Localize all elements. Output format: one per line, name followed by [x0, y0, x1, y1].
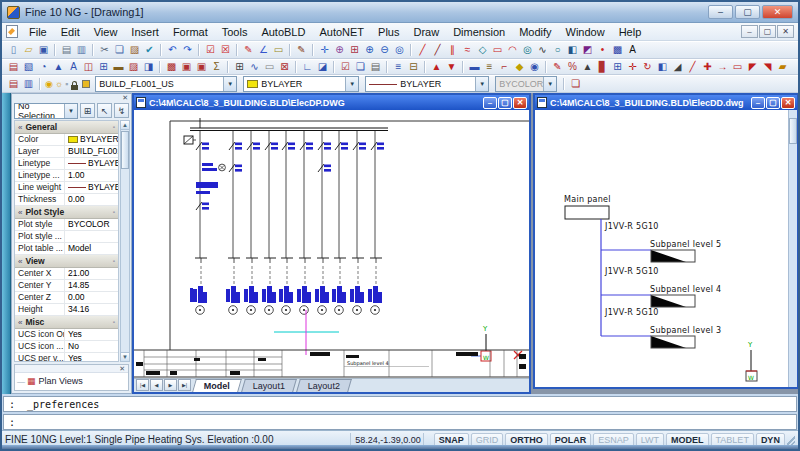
- property-value[interactable]: 14.85: [65, 280, 118, 291]
- view-3d-icon[interactable]: ◨: [141, 60, 156, 74]
- insert-block-icon[interactable]: ◧: [565, 43, 580, 57]
- section-header-general[interactable]: «General▪: [15, 121, 118, 134]
- save-icon[interactable]: ▣: [36, 43, 51, 57]
- break-icon[interactable]: ▭: [730, 60, 745, 74]
- level-up-icon[interactable]: ▲: [429, 60, 444, 74]
- color-combo[interactable]: BYLAYER ▼: [243, 76, 359, 92]
- property-value[interactable]: [65, 231, 118, 242]
- select-objects-button[interactable]: ↯: [114, 103, 129, 118]
- layer-combo[interactable]: BUILD_FL001_US ▼: [95, 76, 237, 92]
- menu-insert[interactable]: Insert: [124, 24, 166, 40]
- line-icon[interactable]: ╱: [415, 43, 430, 57]
- select-crossing-icon[interactable]: ☒: [218, 43, 233, 57]
- menu-format[interactable]: Format: [166, 24, 215, 40]
- new-icon[interactable]: ▯: [6, 43, 21, 57]
- point-icon[interactable]: •: [595, 43, 610, 57]
- docked-palette-grip[interactable]: [2, 93, 11, 394]
- select-window-icon[interactable]: ☑: [203, 43, 218, 57]
- stretch-icon[interactable]: ✚: [700, 60, 715, 74]
- chevron-down-icon[interactable]: ▼: [64, 104, 77, 118]
- sketch-icon[interactable]: ✎: [294, 43, 309, 57]
- folder-2-icon[interactable]: ⊟: [406, 60, 421, 74]
- dim-style-icon[interactable]: ✎: [241, 43, 256, 57]
- table-icon[interactable]: ⊞: [232, 60, 247, 74]
- donut-icon[interactable]: ◎: [520, 43, 535, 57]
- layer-stack-icon[interactable]: ≡: [482, 60, 497, 74]
- selection-combo[interactable]: No Selection ▼: [14, 103, 78, 119]
- tab-layout2[interactable]: Layout2: [296, 379, 352, 392]
- document-close-button[interactable]: ✕: [777, 25, 794, 38]
- chamfer-icon[interactable]: ◥: [760, 60, 775, 74]
- print-icon[interactable]: ▤: [59, 43, 74, 57]
- tab-model[interactable]: Model: [192, 379, 242, 392]
- percent-icon[interactable]: %: [565, 60, 580, 74]
- property-value[interactable]: BYLAYER: [65, 134, 118, 145]
- property-value[interactable]: 0.00: [65, 292, 118, 303]
- trim-icon[interactable]: →: [715, 60, 730, 74]
- door-icon[interactable]: ◫: [81, 60, 96, 74]
- level-down-icon[interactable]: ▼: [444, 60, 459, 74]
- ruler-icon[interactable]: ▭: [271, 43, 286, 57]
- mirror-3d-icon[interactable]: ▲: [580, 60, 595, 74]
- property-value[interactable]: 34.16: [65, 304, 118, 315]
- pset-add-button[interactable]: ⊞: [80, 103, 95, 118]
- cut-icon[interactable]: ✂: [97, 43, 112, 57]
- spline-icon[interactable]: ∿: [535, 43, 550, 57]
- tab-layout1[interactable]: Layout1: [241, 379, 297, 392]
- layer-on-icon[interactable]: ◉: [45, 76, 53, 92]
- property-value[interactable]: Model: [65, 243, 118, 254]
- minimize-button[interactable]: –: [708, 5, 733, 19]
- redo-icon[interactable]: ↷: [180, 43, 195, 57]
- printer-2-icon[interactable]: ▤: [368, 60, 383, 74]
- revcloud-icon[interactable]: ≈: [460, 43, 475, 57]
- sum-icon[interactable]: Σ: [209, 60, 224, 74]
- property-value[interactable]: Yes: [65, 329, 118, 340]
- undo-icon[interactable]: ↶: [165, 43, 180, 57]
- palette-close-icon[interactable]: ✕: [120, 94, 130, 102]
- elecdp-titlebar[interactable]: C:\4M\CALC\8_3_BUILDING.BLD\ElecDP.DWG –…: [134, 95, 529, 110]
- chevron-down-icon[interactable]: ▼: [223, 77, 236, 91]
- match-properties-icon[interactable]: ✔: [142, 43, 157, 57]
- layer-lock-icon[interactable]: [71, 85, 78, 90]
- plot-style-manager-icon[interactable]: ❏: [568, 77, 583, 91]
- doc-maximize-icon[interactable]: ▢: [766, 97, 780, 109]
- section-header-view[interactable]: «View▪: [15, 255, 118, 268]
- property-value[interactable]: 21.00: [65, 268, 118, 279]
- scroll-up-icon[interactable]: ▲: [121, 121, 129, 130]
- node-icon[interactable]: ◉: [527, 60, 542, 74]
- chevron-down-icon[interactable]: ▼: [345, 77, 358, 91]
- blank-rect-icon[interactable]: ▭: [262, 60, 277, 74]
- palette-scrollbar[interactable]: ▲ ▼: [120, 120, 130, 362]
- doc-close-icon[interactable]: ✕: [781, 97, 795, 109]
- plot-check-icon[interactable]: ☑: [338, 60, 353, 74]
- command-history[interactable]: : _preferences: [3, 396, 797, 412]
- rectangle-icon[interactable]: ▭: [490, 43, 505, 57]
- tab-last-icon[interactable]: ▶|: [178, 379, 191, 391]
- hatch-icon[interactable]: ▩: [610, 43, 625, 57]
- ellipse-icon[interactable]: ○: [550, 43, 565, 57]
- command-input[interactable]: :: [3, 414, 797, 430]
- section-header-plot-style[interactable]: «Plot Style▪: [15, 206, 118, 219]
- move-icon[interactable]: ✛: [625, 60, 640, 74]
- property-value[interactable]: 1.00: [65, 170, 118, 181]
- eraser-icon[interactable]: ▰: [775, 60, 790, 74]
- document-restore-button[interactable]: ▢: [759, 25, 776, 38]
- pan-icon[interactable]: ✛: [317, 43, 332, 57]
- named-views-icon[interactable]: ▥: [21, 77, 36, 91]
- doc-maximize-icon[interactable]: ▢: [498, 97, 512, 109]
- plan-views-item[interactable]: — ▦ Plan Views: [15, 373, 128, 386]
- valve-icon[interactable]: ◆: [512, 60, 527, 74]
- zoom-window-icon[interactable]: ⊞: [347, 43, 362, 57]
- corner-icon[interactable]: ∟: [300, 60, 315, 74]
- extend-icon[interactable]: ╱: [685, 60, 700, 74]
- zoom-realtime-icon[interactable]: ⊕: [332, 43, 347, 57]
- menu-window[interactable]: Window: [559, 24, 612, 40]
- maximize-button[interactable]: ▢: [735, 5, 760, 19]
- copy-sheet-icon[interactable]: ❏: [353, 60, 368, 74]
- tab-prev-icon[interactable]: ◀: [150, 379, 163, 391]
- fillet-icon[interactable]: ◤: [745, 60, 760, 74]
- elecdd-canvas[interactable]: Main panelJ1VV-R 5G10Subpanel level 5J1V…: [535, 110, 788, 387]
- block-attr-icon[interactable]: ◪: [315, 60, 330, 74]
- menu-modify[interactable]: Modify: [512, 24, 558, 40]
- property-value[interactable]: BYLAYER: [65, 158, 118, 169]
